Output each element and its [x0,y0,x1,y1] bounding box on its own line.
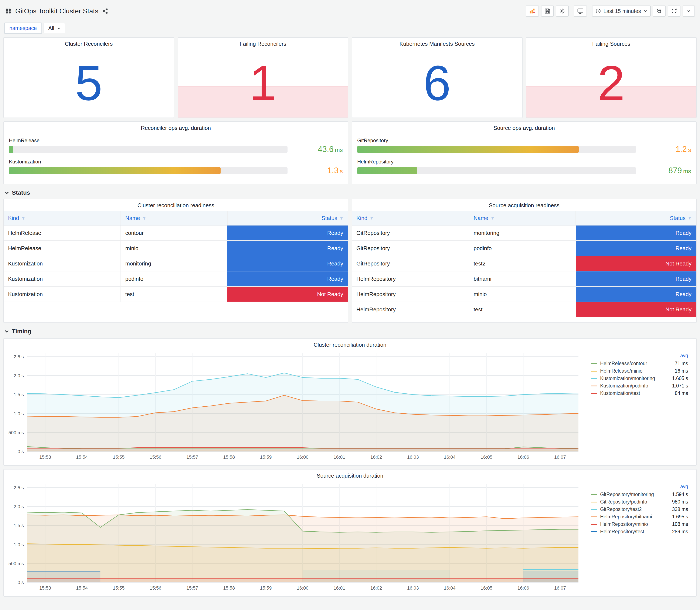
gauge-bar-label: GitRepository [357,138,691,143]
time-series-plot[interactable]: 0 s500 ms1.0 s1.5 s2.0 s2.5 s15:5315:541… [6,349,584,461]
gauge-bar: Kustomization 1.3s [9,159,343,175]
refresh-interval-button[interactable] [683,5,695,17]
series-avg-value: 71 ms [671,361,688,366]
panel-title[interactable]: Failing Reconcilers [178,38,348,48]
variables-row: namespace All [3,22,697,34]
svg-text:16:06: 16:06 [518,454,529,460]
legend-item[interactable]: HelmRepository/bitnami 1.695 s [591,513,688,520]
gauge-bar-fill [357,146,579,153]
cell-status: Not Ready [227,287,348,302]
clock-icon [596,8,601,14]
cell-kind: GitRepository [352,225,469,241]
legend-item[interactable]: Kustomization/monitoring 1.605 s [591,375,688,382]
panel-title[interactable]: Source acquisition readiness [352,199,696,210]
share-icon[interactable] [102,8,108,14]
column-header-kind[interactable]: Kind [4,211,121,225]
cell-kind: HelmRepository [352,271,469,287]
cell-kind: HelmRelease [4,241,121,256]
panel-title[interactable]: Reconciler ops avg. duration [4,122,348,133]
svg-text:2.5 s: 2.5 s [14,354,24,359]
svg-text:16:03: 16:03 [407,454,419,460]
svg-text:16:07: 16:07 [554,454,566,460]
svg-text:1.5 s: 1.5 s [14,523,24,528]
panel-title[interactable]: Cluster Reconcilers [4,38,174,48]
legend-item[interactable]: GitRepository/podinfo 980 ms [591,498,688,505]
legend-item[interactable]: HelmRepository/minio 108 ms [591,520,688,528]
panel-title[interactable]: Source acquisition duration [4,469,696,480]
panel-title[interactable]: Source ops avg. duration [352,122,696,133]
series-name: Kustomization/test [600,390,640,396]
time-picker-button[interactable]: Last 15 minutes [592,5,651,17]
caret-down-icon [57,27,61,30]
zoom-out-icon [656,8,662,14]
dashboard-settings-button[interactable] [556,5,569,17]
apps-grid-icon[interactable] [5,8,12,14]
column-header-kind[interactable]: Kind [352,211,469,225]
svg-text:15:55: 15:55 [113,454,125,460]
filter-icon [339,216,344,220]
legend-item[interactable]: GitRepository/monitoring 1.594 s [591,491,688,498]
column-header-name[interactable]: Name [469,211,576,225]
table-row: HelmRelease minio Ready [4,241,348,256]
panel-title[interactable]: Kubernetes Manifests Sources [352,38,522,48]
table-row: GitRepository podinfo Ready [352,241,696,256]
refresh-button[interactable] [668,5,681,17]
legend-item[interactable]: Kustomization/test 84 ms [591,390,688,397]
gauge-bar-value: 1.2s [641,145,691,154]
series-avg-value: 84 ms [671,390,688,396]
stat-value: 1 [249,59,277,108]
cell-status: Not Ready [576,302,696,317]
legend-avg-header[interactable]: avg [591,484,688,489]
series-name: GitRepository/monitoring [600,492,654,497]
panel-title[interactable]: Cluster reconciliation duration [4,339,696,349]
column-header-name[interactable]: Name [121,211,227,225]
charts-container: Cluster reconciliation duration 0 s500 m… [3,338,697,597]
gauge-bar-label: Kustomization [9,159,343,165]
cycle-view-mode-button[interactable] [574,5,587,17]
monitor-icon [577,8,584,14]
filter-icon [490,216,495,220]
save-dashboard-button[interactable] [541,5,554,17]
section-status-label: Status [12,189,30,196]
zoom-out-button[interactable] [653,5,666,17]
svg-text:15:56: 15:56 [150,585,161,591]
gauge-bar-track [357,167,636,174]
cell-name: monitoring [121,256,227,271]
stat-panel: Kubernetes Manifests Sources 6 [352,37,523,118]
legend-item[interactable]: HelmRelease/contour 71 ms [591,360,688,367]
add-panel-button[interactable] [526,5,539,17]
legend-avg-header[interactable]: avg [591,353,688,358]
svg-text:15:58: 15:58 [223,454,235,460]
svg-text:500 ms: 500 ms [9,430,24,435]
series-avg-value: 108 ms [669,521,688,527]
cell-status: Ready [227,241,348,256]
series-avg-value: 289 ms [669,529,688,534]
svg-text:2.5 s: 2.5 s [14,485,24,490]
legend-item[interactable]: Kustomization/podinfo 1.071 s [591,382,688,390]
column-header-status[interactable]: Status [227,211,348,225]
panel-title[interactable]: Failing Sources [526,38,696,48]
section-timing[interactable]: Timing [4,328,696,335]
panel-title[interactable]: Cluster reconciliation readiness [4,199,348,210]
chart-panel: Cluster reconciliation duration 0 s500 m… [3,338,697,466]
legend-item[interactable]: GitRepository/test2 338 ms [591,505,688,513]
series-color-swatch [591,509,597,510]
section-timing-label: Timing [12,328,31,335]
filter-icon [688,216,692,220]
legend-item[interactable]: HelmRepository/test 289 ms [591,528,688,535]
series-avg-value: 16 ms [671,368,688,374]
cell-status: Ready [576,225,696,241]
series-color-swatch [591,494,597,495]
time-series-plot[interactable]: 0 s500 ms1.0 s1.5 s2.0 s2.5 s15:5315:541… [6,480,584,592]
series-color-swatch [591,502,597,502]
series-name: HelmRelease/minio [600,368,642,374]
svg-text:15:53: 15:53 [39,454,51,460]
status-badge: Ready [576,287,696,302]
gauge-bar-track [9,167,288,174]
readiness-table: Kind Name Status GitRepository monitorin… [352,211,696,317]
series-name: Kustomization/monitoring [600,375,655,381]
section-status[interactable]: Status [4,189,696,196]
column-header-status[interactable]: Status [576,211,696,225]
namespace-select[interactable]: All [44,23,65,33]
legend-item[interactable]: HelmRelease/minio 16 ms [591,367,688,375]
